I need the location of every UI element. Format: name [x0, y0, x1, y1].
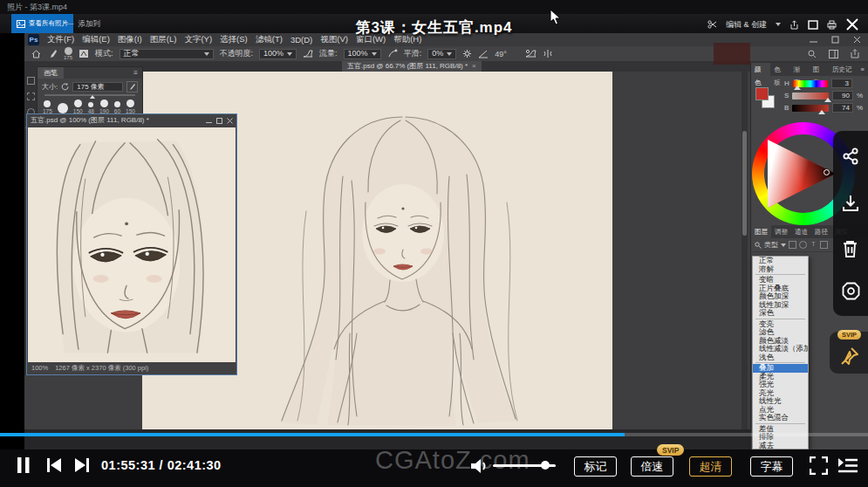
- trash-icon[interactable]: [841, 239, 859, 258]
- brightness-slider[interactable]: [792, 105, 829, 112]
- floating-document-window[interactable]: 五官.psd @ 100% (图层 111, RGB/8) *: [26, 113, 237, 375]
- gear-icon[interactable]: [462, 49, 472, 58]
- share-doc-icon[interactable]: [851, 49, 859, 58]
- hue-slider[interactable]: [793, 80, 828, 87]
- pressure-size-icon[interactable]: [525, 49, 537, 58]
- tab-color[interactable]: 颜色: [751, 63, 770, 76]
- tab-paths[interactable]: 路径: [811, 225, 831, 238]
- hue-value[interactable]: 3: [831, 79, 852, 88]
- progress-bar[interactable]: [0, 433, 868, 436]
- panel-menu-icon[interactable]: ≡: [861, 65, 865, 73]
- brush-preset[interactable]: 190: [99, 99, 109, 114]
- brush-preset[interactable]: 175: [43, 100, 52, 114]
- brush-preset[interactable]: 150: [73, 99, 83, 114]
- saturation-slider[interactable]: [792, 93, 829, 99]
- tab-brushes[interactable]: 画笔: [38, 67, 64, 79]
- girl-sketch-closeup: [28, 127, 236, 363]
- tab-history[interactable]: 历史记录: [829, 63, 861, 76]
- float-window-titlebar[interactable]: 五官.psd @ 100% (图层 111, RGB/8) *: [27, 114, 236, 127]
- subtitle-button[interactable]: 字幕: [750, 456, 793, 477]
- smoothing-select[interactable]: 0%: [427, 49, 456, 59]
- pressure-opacity-icon[interactable]: [303, 49, 313, 58]
- flow-select[interactable]: 100%: [344, 49, 381, 59]
- blend-item[interactable]: 实色混合: [753, 414, 808, 422]
- blend-item[interactable]: 溶解: [753, 265, 808, 274]
- fullscreen-icon[interactable]: [810, 456, 828, 475]
- share-icon[interactable]: [841, 147, 860, 166]
- brush-panel-toggle-icon[interactable]: [79, 49, 89, 58]
- canvas-closeup[interactable]: [28, 127, 236, 363]
- size-slider-handle[interactable]: [90, 95, 95, 99]
- filter-type-select[interactable]: 类型: [764, 240, 778, 250]
- color-selection-dot[interactable]: [824, 169, 830, 175]
- tab-channels[interactable]: 通道: [791, 225, 811, 238]
- canvas-scrollbar[interactable]: [742, 72, 748, 429]
- pen-pressure-icon[interactable]: [126, 81, 138, 93]
- pin-icon[interactable]: [839, 346, 860, 367]
- mark-button[interactable]: 标记: [574, 456, 617, 477]
- time-display: 01:55:31 / 02:41:30: [101, 458, 222, 472]
- volume-knob[interactable]: [541, 461, 550, 470]
- video-artifact-patch: [714, 43, 750, 65]
- mouse-cursor: [550, 9, 561, 25]
- tab-gradients[interactable]: 渐变: [790, 63, 810, 76]
- svip-badge: SVIP: [837, 330, 861, 340]
- brush-tool-icon[interactable]: [47, 49, 58, 59]
- search-icon[interactable]: [808, 50, 817, 58]
- doc-dimensions: 1267 像素 x 2370 像素 (300 ppi): [55, 362, 148, 374]
- panel-menu-icon[interactable]: ≡: [133, 69, 138, 77]
- progress-fill: [0, 433, 625, 436]
- svip-badge: SVIP: [657, 444, 684, 456]
- reset-icon[interactable]: [61, 83, 69, 91]
- workspace-icon[interactable]: [829, 50, 838, 58]
- tab-close-icon[interactable]: ×: [472, 61, 476, 72]
- home-icon[interactable]: [31, 50, 41, 58]
- download-icon[interactable]: [841, 194, 860, 213]
- volume-icon[interactable]: [469, 456, 490, 476]
- foreground-color-swatch[interactable]: [755, 87, 769, 100]
- blend-mode-menu: 正常 溶解 变暗 正片叠底 颜色加深 线性加深 深色 变亮 滤色 颜色减淡 线性…: [752, 256, 809, 449]
- saturation-value[interactable]: 90: [832, 91, 853, 100]
- next-button[interactable]: [73, 457, 91, 473]
- playlist-icon[interactable]: [837, 457, 858, 474]
- tab-swatches[interactable]: 色板: [770, 63, 789, 76]
- blend-mode-select[interactable]: 正常: [120, 49, 214, 59]
- close-icon[interactable]: [227, 118, 233, 124]
- brush-preset[interactable]: 150: [126, 99, 135, 114]
- float-window-statusbar: 100% 1267 像素 x 2370 像素 (300 ppi): [28, 362, 236, 374]
- move-tool-icon[interactable]: [27, 77, 35, 85]
- filter-adjustment-icon[interactable]: [799, 241, 807, 249]
- filter-shape-icon[interactable]: [820, 241, 828, 249]
- filter-pixel-icon[interactable]: [789, 241, 796, 249]
- maximize-icon[interactable]: [216, 118, 222, 124]
- opacity-select[interactable]: 100%: [259, 49, 297, 59]
- tab-layers[interactable]: 图层: [751, 225, 771, 238]
- tab-patterns[interactable]: 图案: [810, 63, 829, 76]
- blend-item[interactable]: 浅色: [753, 353, 808, 362]
- document-tab[interactable]: 五官.psd @ 66.7% (图层 111, RGB/8) * ×: [342, 61, 482, 72]
- pause-button[interactable]: [16, 456, 31, 474]
- brush-settings-panel: 画笔 ≡ 大小: 175 像素 175 150 48 190 60 150: [37, 66, 143, 120]
- airbrush-icon[interactable]: [387, 49, 398, 58]
- tab-adjustments[interactable]: 调整: [771, 225, 791, 238]
- brush-preset[interactable]: 60: [114, 101, 120, 114]
- brush-size-input[interactable]: 175 像素: [72, 82, 123, 92]
- brightness-value[interactable]: 74: [832, 103, 853, 113]
- quality-button[interactable]: 超清: [689, 456, 732, 477]
- photos-window-title: 照片 - 第3课.mp4: [0, 0, 868, 14]
- blend-item[interactable]: 深色: [753, 309, 808, 318]
- filter-type-icon[interactable]: T: [810, 241, 817, 249]
- symmetry-icon[interactable]: [543, 49, 553, 58]
- watermark: CGAtoZ.com: [375, 446, 530, 475]
- speed-button[interactable]: 倍速: [631, 456, 673, 477]
- zoom-level[interactable]: 100%: [31, 362, 48, 374]
- record-icon[interactable]: [841, 281, 861, 301]
- previous-button[interactable]: [45, 457, 63, 473]
- marquee-tool-icon[interactable]: [27, 93, 35, 100]
- angle-icon: [478, 50, 489, 58]
- brush-preset[interactable]: 48: [88, 102, 94, 114]
- canvas-scroll-thumb[interactable]: [742, 131, 747, 236]
- minimize-icon[interactable]: [206, 118, 212, 124]
- search-icon: [755, 242, 762, 249]
- brush-preview-icon[interactable]: [65, 47, 72, 55]
